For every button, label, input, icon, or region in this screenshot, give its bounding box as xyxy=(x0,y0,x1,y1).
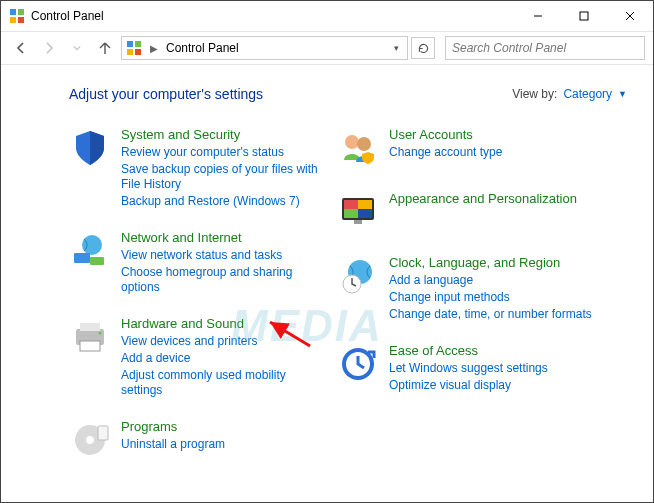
minimize-button[interactable] xyxy=(515,1,561,31)
chevron-down-icon: ▼ xyxy=(618,89,627,99)
view-by-label: View by: xyxy=(512,87,557,101)
category-user-accounts: User Accounts Change account type xyxy=(337,128,627,170)
control-panel-icon xyxy=(126,40,142,56)
category-title[interactable]: Ease of Access xyxy=(389,344,548,359)
category-programs: Programs Uninstall a program xyxy=(69,420,319,462)
ease-of-access-icon xyxy=(337,344,379,386)
category-link[interactable]: Backup and Restore (Windows 7) xyxy=(121,194,319,209)
category-column-right: User Accounts Change account type Appear… xyxy=(337,128,627,462)
shield-icon xyxy=(69,128,111,170)
users-icon xyxy=(337,128,379,170)
back-button[interactable] xyxy=(9,36,33,60)
svg-rect-16 xyxy=(80,323,100,331)
category-link[interactable]: Optimize visual display xyxy=(389,378,548,393)
svg-point-12 xyxy=(82,235,102,255)
breadcrumb-item[interactable]: Control Panel xyxy=(166,41,239,55)
svg-rect-27 xyxy=(358,200,372,209)
navigation-bar: ▶ Control Panel ▾ Search Control Panel xyxy=(1,31,653,65)
control-panel-icon xyxy=(9,8,25,24)
svg-rect-28 xyxy=(344,209,358,218)
category-clock-language: Clock, Language, and Region Add a langua… xyxy=(337,256,627,322)
svg-rect-11 xyxy=(135,49,141,55)
category-link[interactable]: Review your computer's status xyxy=(121,145,319,160)
svg-rect-2 xyxy=(10,17,16,23)
category-title[interactable]: Clock, Language, and Region xyxy=(389,256,592,271)
svg-rect-1 xyxy=(18,9,24,15)
svg-point-23 xyxy=(357,137,371,151)
monitor-colors-icon xyxy=(337,192,379,234)
svg-rect-21 xyxy=(98,426,108,440)
content-area: MEDIA Adjust your computer's settings Vi… xyxy=(1,66,653,502)
category-link[interactable]: Save backup copies of your files with Fi… xyxy=(121,162,319,192)
category-title[interactable]: Network and Internet xyxy=(121,231,319,246)
maximize-button[interactable] xyxy=(561,1,607,31)
window-title: Control Panel xyxy=(31,9,515,23)
category-hardware-sound: Hardware and Sound View devices and prin… xyxy=(69,317,319,398)
category-column-left: System and Security Review your computer… xyxy=(69,128,319,462)
svg-point-18 xyxy=(99,331,102,334)
address-dropdown-icon[interactable]: ▾ xyxy=(389,43,403,53)
svg-rect-29 xyxy=(354,220,362,224)
category-link[interactable]: Change date, time, or number formats xyxy=(389,307,592,322)
category-link[interactable]: View network status and tasks xyxy=(121,248,319,263)
category-ease-of-access: Ease of Access Let Windows suggest setti… xyxy=(337,344,627,393)
forward-button[interactable] xyxy=(37,36,61,60)
category-link[interactable]: Uninstall a program xyxy=(121,437,225,452)
search-placeholder: Search Control Panel xyxy=(452,41,566,55)
svg-rect-26 xyxy=(344,200,358,209)
printer-icon xyxy=(69,317,111,359)
svg-rect-3 xyxy=(18,17,24,23)
globe-network-icon xyxy=(69,231,111,273)
category-link[interactable]: Add a language xyxy=(389,273,592,288)
disc-icon xyxy=(69,420,111,462)
refresh-button[interactable] xyxy=(411,37,435,59)
breadcrumb-separator: ▶ xyxy=(148,43,160,54)
category-link[interactable]: Let Windows suggest settings xyxy=(389,361,548,376)
category-title[interactable]: Hardware and Sound xyxy=(121,317,319,332)
category-link[interactable]: Add a device xyxy=(121,351,319,366)
page-heading: Adjust your computer's settings xyxy=(69,86,512,102)
category-title[interactable]: System and Security xyxy=(121,128,319,143)
svg-rect-10 xyxy=(127,49,133,55)
category-appearance: Appearance and Personalization xyxy=(337,192,627,234)
recent-dropdown[interactable] xyxy=(65,36,89,60)
category-link[interactable]: Choose homegroup and sharing options xyxy=(121,265,319,295)
search-input[interactable]: Search Control Panel xyxy=(445,36,645,60)
category-link[interactable]: Change account type xyxy=(389,145,502,160)
category-title[interactable]: Programs xyxy=(121,420,225,435)
svg-rect-0 xyxy=(10,9,16,15)
window-controls xyxy=(515,1,653,31)
category-link[interactable]: Change input methods xyxy=(389,290,592,305)
category-link[interactable]: View devices and printers xyxy=(121,334,319,349)
svg-point-20 xyxy=(86,436,94,444)
category-title[interactable]: User Accounts xyxy=(389,128,502,143)
svg-point-22 xyxy=(345,135,359,149)
up-button[interactable] xyxy=(93,36,117,60)
control-panel-window: Control Panel ▶ Control Panel ▾ Search C… xyxy=(0,0,654,503)
category-link[interactable]: Adjust commonly used mobility settings xyxy=(121,368,319,398)
category-system-security: System and Security Review your computer… xyxy=(69,128,319,209)
view-by-value: Category xyxy=(563,87,612,101)
category-network-internet: Network and Internet View network status… xyxy=(69,231,319,295)
svg-rect-9 xyxy=(135,41,141,47)
svg-rect-13 xyxy=(74,253,90,263)
svg-rect-14 xyxy=(90,257,104,265)
address-bar[interactable]: ▶ Control Panel ▾ xyxy=(121,36,408,60)
svg-rect-17 xyxy=(80,341,100,351)
view-by-selector[interactable]: View by: Category ▼ xyxy=(512,87,627,101)
svg-rect-8 xyxy=(127,41,133,47)
close-button[interactable] xyxy=(607,1,653,31)
titlebar: Control Panel xyxy=(1,1,653,31)
svg-rect-5 xyxy=(580,12,588,20)
category-title[interactable]: Appearance and Personalization xyxy=(389,192,577,207)
clock-globe-icon xyxy=(337,256,379,298)
